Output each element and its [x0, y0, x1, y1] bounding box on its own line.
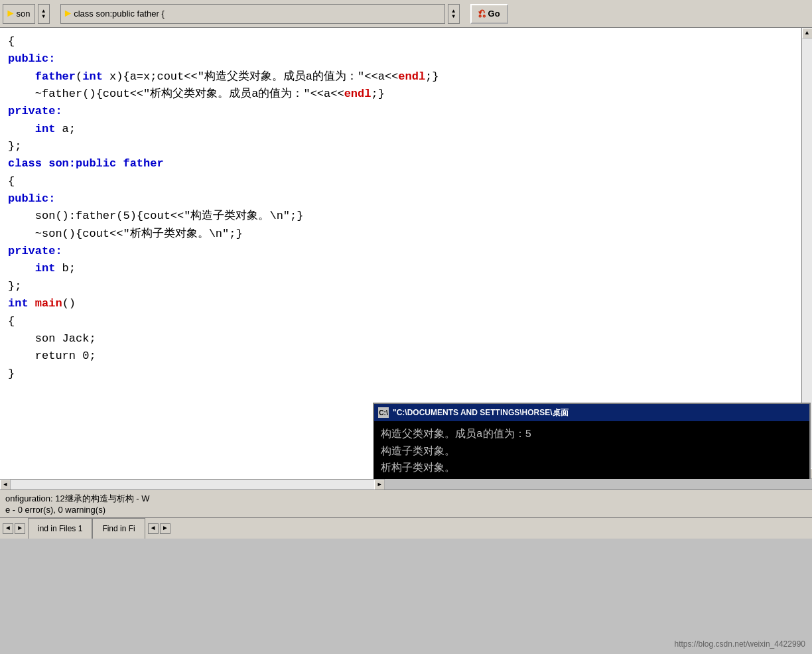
watermark: https://blog.csdn.net/weixin_4422990 — [675, 639, 805, 649]
h-scroll-left-btn[interactable]: ◄ — [0, 480, 11, 490]
config-text: onfiguration: 12继承的构造与析构 - W — [5, 493, 807, 505]
console-icon-text: C:\ — [379, 409, 387, 417]
tab-find-in-files-1-label: ind in Files 1 — [38, 524, 82, 533]
left-dropdown-text: son — [17, 9, 31, 19]
right-dropdown[interactable]: ► class son:public father { — [60, 4, 445, 24]
console-titlebar: C:\ "C:\DOCUMENTS AND SETTINGS\HORSE\桌面 — [374, 404, 809, 421]
code-line-19: return 0; — [8, 348, 793, 365]
code-line-8: class son:public father — [8, 155, 793, 172]
code-line-20: } — [8, 365, 793, 383]
tab-find-in-files-1[interactable]: ind in Files 1 — [28, 518, 92, 539]
console-line-3: 析构子类对象。 — [381, 460, 803, 478]
code-line-14: int b; — [8, 260, 793, 277]
horizontal-scrollbar: ◄ ► — [0, 479, 385, 490]
console-content: 构造父类对象。成员a的值为：5 构造子类对象。 析构子类对象。 析构父类对象。成… — [374, 421, 809, 479]
code-line-12: ~son(){cout<<"析构子类对象。\n";} — [8, 226, 793, 243]
left-dropdown[interactable]: ► son — [3, 4, 35, 24]
down-arrow-icon2: ▼ — [452, 14, 455, 19]
scroll-up-btn[interactable]: ▲ — [802, 28, 813, 38]
tab-scroll-right2[interactable]: ► — [160, 523, 170, 534]
code-line-13: private: — [8, 243, 793, 260]
code-line-1: { — [8, 33, 793, 50]
go-button[interactable]: ⎌ Go — [470, 4, 508, 24]
status-area: onfiguration: 12继承的构造与析构 - W e - 0 error… — [0, 490, 812, 517]
left-dropdown-btn[interactable]: ▲ ▼ — [38, 4, 50, 24]
h-scroll-right-btn[interactable]: ► — [374, 480, 385, 490]
error-text: e - 0 error(s), 0 warning(s) — [5, 505, 807, 515]
tab-scroll-left[interactable]: ◄ — [3, 523, 13, 534]
code-line-5: private: — [8, 103, 793, 120]
tab-scroll-controls: ◄ ► — [0, 523, 28, 534]
go-label: Go — [488, 9, 500, 19]
console-line-4: 析构父类对象。成员a的值为：5 — [381, 478, 803, 479]
watermark-text: https://blog.csdn.net/weixin_4422990 — [675, 639, 805, 649]
tab-scroll-left2[interactable]: ◄ — [148, 523, 159, 534]
bottom-tabs: ◄ ► ind in Files 1 Find in Fi ◄ ► — [0, 517, 812, 539]
console-title: "C:\DOCUMENTS AND SETTINGS\HORSE\桌面 — [393, 407, 805, 419]
toolbar: ► son ▲ ▼ ► class son:public father { ▲ … — [0, 0, 812, 28]
left-arrow-icon: ► — [7, 8, 14, 20]
console-line-1: 构造父类对象。成员a的值为：5 — [381, 426, 803, 444]
code-line-3: father(int x){a=x;cout<<"构造父类对象。成员a的值为："… — [8, 68, 793, 86]
code-line-7: }; — [8, 138, 793, 155]
code-content: { public: father(int x){a=x;cout<<"构造父类对… — [8, 33, 793, 383]
code-line-18: son Jack; — [8, 330, 793, 348]
console-window: C:\ "C:\DOCUMENTS AND SETTINGS\HORSE\桌面 … — [373, 403, 811, 479]
code-line-10: public: — [8, 190, 793, 208]
right-dropdown-text: class son:public father { — [74, 9, 165, 19]
code-line-6: int a; — [8, 121, 793, 138]
code-line-2: public: — [8, 50, 793, 68]
down-arrow-icon: ▼ — [42, 14, 45, 19]
right-dropdown-btn[interactable]: ▲ ▼ — [448, 4, 460, 24]
code-line-9: { — [8, 173, 793, 190]
tab-scroll-controls-2: ◄ ► — [145, 523, 173, 534]
code-line-17: { — [8, 313, 793, 330]
console-icon: C:\ — [378, 407, 389, 418]
tab-find-in-files-2[interactable]: Find in Fi — [92, 518, 145, 539]
code-line-15: }; — [8, 278, 793, 295]
code-line-4: ~father(){cout<<"析构父类对象。成员a的值为："<<a<<end… — [8, 86, 793, 103]
editor-container: { public: father(int x){a=x;cout<<"构造父类对… — [0, 28, 812, 479]
tab-find-in-files-2-label: Find in Fi — [102, 524, 135, 533]
h-scroll-track — [11, 480, 374, 490]
tab-scroll-right[interactable]: ► — [15, 523, 25, 534]
main-window: ► son ▲ ▼ ► class son:public father { ▲ … — [0, 0, 812, 654]
code-line-16: int main() — [8, 295, 793, 312]
code-line-11: son():father(5){cout<<"构造子类对象。\n";} — [8, 208, 793, 225]
console-line-2: 构造子类对象。 — [381, 444, 803, 461]
go-icon: ⎌ — [478, 7, 486, 21]
right-arrow-icon: ► — [65, 8, 72, 20]
